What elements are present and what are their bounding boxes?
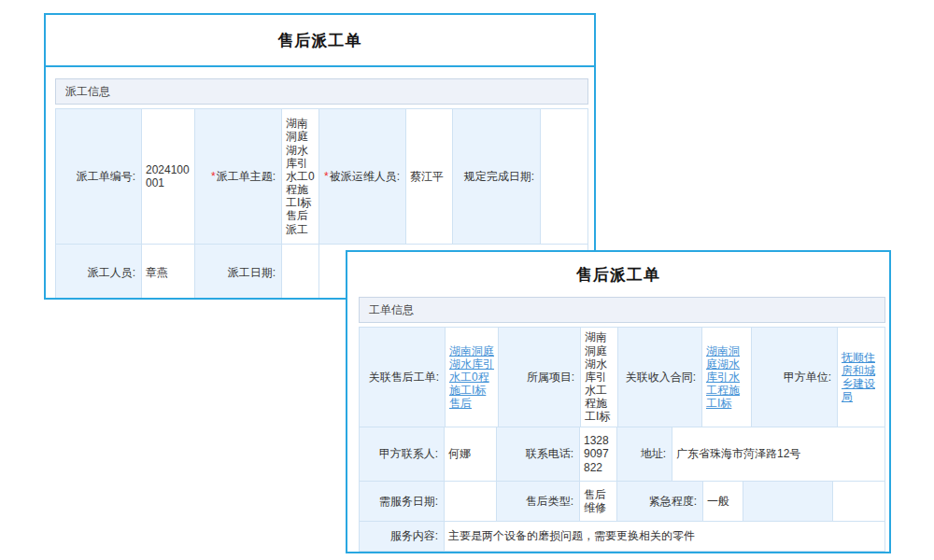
field-value: 蔡江平 — [406, 109, 453, 244]
record-link[interactable]: 湖南洞庭湖水库引水工0程施工I标售后 — [449, 344, 494, 411]
field-value: 一般 — [703, 482, 743, 521]
field-value: 2024100001 — [142, 109, 195, 244]
field-label: 关联售后工单: — [360, 328, 446, 427]
field-label: 地址: — [617, 427, 672, 481]
table-row: 关联售后工单:湖南洞庭湖水库引水工0程施工I标售后所属项目:湖南洞庭湖水库引水工… — [360, 328, 884, 427]
section-header: 工单信息 — [359, 297, 885, 323]
field-label: 紧急程度: — [617, 482, 703, 521]
field-link-cell: 抚顺住房和城乡建设局 — [838, 328, 884, 427]
field-value: 何娜 — [445, 427, 497, 481]
work-order-info-table: 关联售后工单:湖南洞庭湖水库引水工0程施工I标售后所属项目:湖南洞庭湖水库引水工… — [359, 327, 885, 552]
field-value: 广东省珠海市菏泽路12号 — [672, 427, 884, 481]
field-label: 服务内容: — [360, 522, 445, 551]
field-label: *被派运维人员: — [319, 109, 406, 244]
required-asterisk: * — [211, 170, 216, 183]
field-label: 关联收入合同: — [618, 328, 702, 427]
page-title: 售后派工单 — [46, 15, 594, 67]
field-value: 章燕 — [142, 245, 195, 300]
field-value: 湖南洞庭湖水库引水工0程施工I标售后派工 — [282, 109, 319, 244]
field-link-cell: 湖南洞庭湖水库引水工0程施工I标售后 — [446, 328, 499, 427]
field-label: 需服务日期: — [360, 482, 445, 521]
field-label: 甲方联系人: — [360, 427, 445, 481]
section-header: 派工信息 — [55, 78, 588, 105]
field-label: 所属项目: — [499, 328, 581, 427]
field-value — [833, 482, 884, 521]
page-title: 售后派工单 — [347, 252, 889, 297]
record-link[interactable]: 抚顺住房和城乡建设局 — [842, 351, 881, 404]
field-label: 联系电话: — [497, 427, 580, 481]
field-value — [541, 109, 587, 244]
field-label: 派工人员: — [56, 245, 142, 300]
field-label: 售后类型: — [497, 482, 580, 521]
dispatch-order-card-front: 售后派工单 工单信息 关联售后工单:湖南洞庭湖水库引水工0程施工I标售后所属项目… — [346, 250, 891, 553]
table-row: 派工单编号:2024100001*派工单主题:湖南洞庭湖水库引水工0程施工I标售… — [56, 109, 587, 244]
table-row: 服务内容:主要是两个设备的磨损问题，需要更换相关的零件 — [360, 521, 884, 551]
field-value: 13289097822 — [580, 427, 617, 481]
record-link[interactable]: 湖南洞庭湖水库引水工程施工I标 — [706, 344, 747, 411]
field-label: 派工日期: — [195, 245, 282, 300]
field-label: 甲方单位: — [752, 328, 838, 427]
required-asterisk: * — [324, 170, 329, 183]
field-value: 主要是两个设备的磨损问题，需要更换相关的零件 — [445, 522, 884, 551]
field-value — [282, 245, 319, 300]
field-value: 湖南洞庭湖水库引水工程施工I标 — [581, 328, 618, 427]
table-row: 需服务日期:售后类型:售后维修紧急程度:一般 — [360, 481, 884, 521]
field-label — [743, 482, 833, 521]
field-label: *派工单主题: — [195, 109, 282, 244]
work-order-info-section: 工单信息 关联售后工单:湖南洞庭湖水库引水工0程施工I标售后所属项目:湖南洞庭湖… — [359, 297, 885, 552]
field-label: 派工单编号: — [56, 109, 142, 244]
field-link-cell: 湖南洞庭湖水库引水工程施工I标 — [702, 328, 752, 427]
field-value: 售后维修 — [580, 482, 617, 521]
field-value — [445, 482, 497, 521]
field-label: 规定完成日期: — [453, 109, 541, 244]
table-row: 甲方联系人:何娜联系电话:13289097822地址:广东省珠海市菏泽路12号 — [360, 427, 884, 481]
